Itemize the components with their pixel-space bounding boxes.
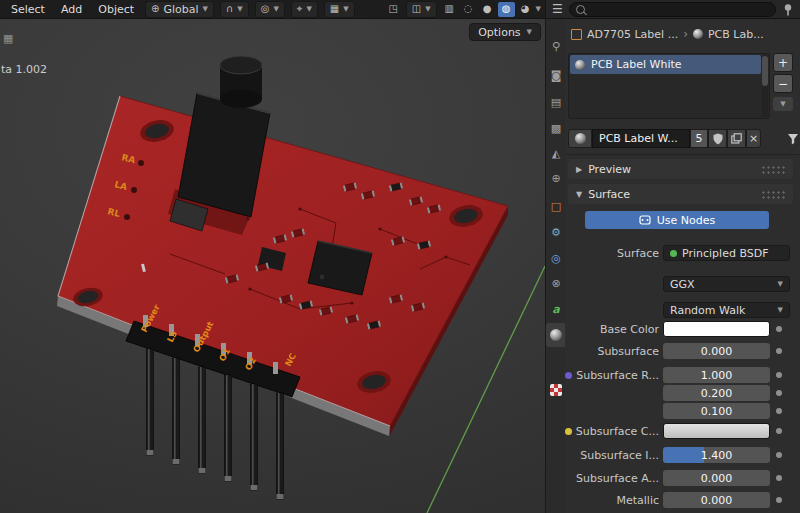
subsurface-radius-z-field[interactable]: 0.100 xyxy=(663,403,770,419)
tab-modifiers[interactable]: ⚙ xyxy=(546,221,566,243)
subsurface-color-swatch[interactable] xyxy=(663,423,770,439)
shading-material-preview-button[interactable]: ◍ xyxy=(498,2,515,17)
subsurface-color-label: Subsurface C... xyxy=(565,423,659,439)
keyframe-dot[interactable] xyxy=(776,475,782,481)
pin-icon[interactable] xyxy=(782,3,794,16)
panel-grip-handle[interactable] xyxy=(761,190,785,199)
subsurface-radius-x-field[interactable]: 1.000 xyxy=(663,367,770,383)
material-slot-name: PCB Label White xyxy=(591,58,682,71)
scrollbar-thumb[interactable] xyxy=(762,56,768,86)
material-name-field[interactable]: PCB Label W... xyxy=(592,129,690,148)
slot-list-scrollbar[interactable] xyxy=(762,55,768,117)
slot-specials-menu[interactable]: ▼ xyxy=(773,97,793,111)
shading-dropdown-chevron[interactable]: ▼ xyxy=(536,5,541,13)
tab-constraints[interactable]: ⊗ xyxy=(546,272,566,294)
globe-icon: ⊕ xyxy=(151,4,159,14)
tab-render[interactable]: ◙ xyxy=(546,64,566,86)
menu-object[interactable]: Object xyxy=(91,3,141,16)
properties-header: ☰ xyxy=(545,0,800,19)
tab-tool[interactable]: ⚲ xyxy=(546,35,566,57)
transform-orientation-dropdown[interactable]: ⊕ Global ▼ xyxy=(145,1,214,18)
users-count-button[interactable]: 5 xyxy=(690,129,708,148)
subsurface-ior-slider[interactable]: 1.400 xyxy=(663,447,770,463)
chevron-down-icon: ▼ xyxy=(778,306,783,314)
keyframe-dot[interactable] xyxy=(776,428,782,434)
unlink-button[interactable]: × xyxy=(746,129,761,148)
tab-object-data[interactable]: a xyxy=(546,298,566,320)
funnel-icon xyxy=(787,133,799,145)
xray-toggle[interactable]: ▥ xyxy=(441,2,458,17)
subsurface-aniso-field[interactable]: 0.000 xyxy=(663,470,770,486)
metallic-field[interactable]: 0.000 xyxy=(663,492,770,508)
xray-icon: ▥ xyxy=(444,4,453,14)
pcb-scene: RA LA RL xyxy=(0,19,545,513)
subsurface-field[interactable]: 0.000 xyxy=(663,343,770,359)
base-color-swatch[interactable] xyxy=(663,321,770,337)
keyframe-dot[interactable] xyxy=(776,326,782,332)
surface-row-label: Surface xyxy=(565,245,659,261)
keyframe-dot[interactable] xyxy=(776,452,782,458)
chevron-down-icon: ▼ xyxy=(203,5,208,13)
use-nodes-button[interactable]: Use Nodes xyxy=(585,211,769,229)
texture-checker-icon xyxy=(550,384,562,396)
properties-search-input[interactable] xyxy=(569,2,776,17)
options-dropdown[interactable]: Options ▼ xyxy=(469,23,541,41)
subsurface-ior-label: Subsurface I... xyxy=(565,447,659,463)
keyframe-dot[interactable] xyxy=(776,408,782,414)
viewport-canvas[interactable]: ▦ ta 1.002 Options ▼ xyxy=(0,19,545,513)
tab-output[interactable]: ▤ xyxy=(546,91,566,113)
visibility-dropdown[interactable]: ▦ ▼ xyxy=(324,1,355,18)
tab-scene[interactable]: ◭ xyxy=(546,142,566,164)
tab-material[interactable] xyxy=(546,323,566,347)
subsurface-aniso-label: Subsurface A... xyxy=(565,470,659,486)
collapse-arrow-icon: ▶ xyxy=(576,165,582,174)
material-sphere-icon: ◍ xyxy=(502,4,511,14)
fake-user-button[interactable] xyxy=(708,129,727,148)
tab-view-layer[interactable]: ▩ xyxy=(546,117,566,139)
shader-name: Principled BSDF xyxy=(682,247,769,260)
material-sphere-icon xyxy=(693,29,703,39)
tab-object[interactable]: □ xyxy=(546,195,566,217)
surface-label: Surface xyxy=(588,188,630,201)
preview-section-header[interactable]: ▶ Preview xyxy=(568,159,793,179)
filter-dropdown[interactable]: ▼ xyxy=(787,133,800,145)
keyframe-dot[interactable] xyxy=(776,348,782,354)
base-color-label: Base Color xyxy=(565,321,659,337)
breadcrumb-object[interactable]: AD7705 Label ... xyxy=(587,28,678,41)
pivot-point-dropdown[interactable]: ⌖ ▼ xyxy=(291,1,318,18)
new-material-button[interactable] xyxy=(727,129,746,148)
browse-material-button[interactable] xyxy=(568,129,592,148)
panel-grip-handle[interactable] xyxy=(761,165,785,174)
keyframe-dot[interactable] xyxy=(776,390,782,396)
remove-slot-button[interactable]: − xyxy=(773,74,793,93)
material-slot-selected[interactable]: PCB Label White xyxy=(570,55,761,74)
overlays-dropdown[interactable]: ◫ ▼ xyxy=(406,1,437,18)
breadcrumb-material[interactable]: PCB Lab... xyxy=(708,28,764,41)
breadcrumb: AD7705 Label ... › PCB Lab... xyxy=(571,25,764,43)
keyframe-dot[interactable] xyxy=(776,372,782,378)
subsurface-radius-label: Subsurface R... xyxy=(565,367,659,383)
properties-editor-icon[interactable]: ☰ xyxy=(552,3,563,15)
tab-world[interactable]: ⊕ xyxy=(546,167,566,189)
menu-select[interactable]: Select xyxy=(4,3,52,16)
chevron-down-icon: ▼ xyxy=(778,280,783,288)
proportional-editing-dropdown[interactable]: ◎ ▼ xyxy=(255,1,285,18)
shading-solid-button[interactable]: ● xyxy=(479,2,496,17)
menu-add[interactable]: Add xyxy=(54,3,89,16)
tab-physics[interactable]: ◎ xyxy=(546,247,566,269)
solid-sphere-icon: ● xyxy=(483,4,492,14)
keyframe-dot[interactable] xyxy=(776,497,782,503)
surface-section-header[interactable]: ▼ Surface xyxy=(568,184,793,204)
distribution-dropdown[interactable]: GGX ▼ xyxy=(663,276,790,292)
subsurface-radius-y-field[interactable]: 0.200 xyxy=(663,385,770,401)
tab-texture[interactable] xyxy=(546,379,566,401)
show-gizmo-toggle[interactable]: ◳ xyxy=(385,2,402,17)
add-slot-button[interactable]: + xyxy=(773,53,793,72)
snap-dropdown[interactable]: ∩ ▼ xyxy=(220,1,249,18)
shading-wireframe-button[interactable]: ◌ xyxy=(460,2,477,17)
surface-shader-menu[interactable]: Principled BSDF xyxy=(663,245,790,261)
sss-method-dropdown[interactable]: Random Walk ▼ xyxy=(663,302,790,318)
divider xyxy=(565,154,800,155)
tool-settings-icon[interactable]: ▦ xyxy=(3,32,13,45)
shading-rendered-button[interactable]: ◕ xyxy=(517,2,534,17)
